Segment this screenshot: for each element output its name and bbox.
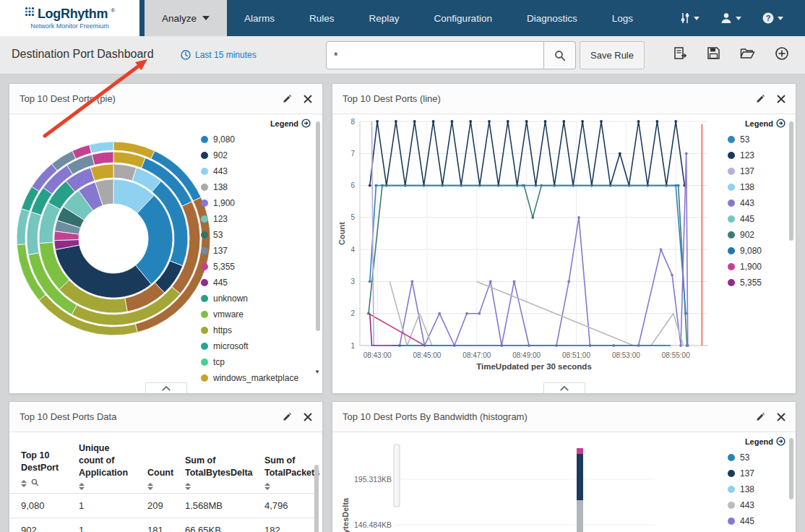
- legend-item[interactable]: 902: [728, 227, 785, 243]
- legend-item[interactable]: tcp: [201, 354, 311, 370]
- nav-tab-rules[interactable]: Rules: [292, 0, 352, 36]
- time-range-selector[interactable]: Last 15 minutes: [181, 50, 257, 60]
- legend-item-label: 443: [740, 500, 754, 510]
- edit-widget-icon[interactable]: [282, 412, 292, 422]
- legend-item-label: vmware: [213, 309, 244, 319]
- legend-toggle-icon[interactable]: [776, 119, 785, 128]
- collapse-panel-button[interactable]: [145, 382, 187, 393]
- svg-text:?: ?: [766, 14, 771, 22]
- legend-item-label: 443: [213, 166, 228, 176]
- legend-header: Legend: [745, 119, 785, 128]
- sort-icon[interactable]: [264, 483, 270, 490]
- nav-tab-analyze[interactable]: Analyze: [145, 0, 227, 36]
- legend-item[interactable]: 5,355: [201, 259, 311, 275]
- edit-widget-icon[interactable]: [755, 412, 765, 422]
- legend-item[interactable]: 9,080: [201, 132, 311, 147]
- save-rule-button[interactable]: Save Rule: [580, 41, 645, 69]
- close-widget-icon[interactable]: [304, 95, 312, 103]
- legend-item[interactable]: 902: [201, 147, 311, 163]
- legend-item[interactable]: 445: [728, 513, 785, 529]
- dashboard-toolbar: Destination Port Dashboard Last 15 minut…: [0, 36, 805, 74]
- scrollbar[interactable]: [789, 121, 793, 241]
- legend-item[interactable]: 123: [728, 147, 785, 163]
- legend-item[interactable]: 9,080: [728, 243, 785, 259]
- nav-tab-replay[interactable]: Replay: [352, 0, 417, 36]
- scrollbar[interactable]: [316, 121, 320, 331]
- nav-tab-logs[interactable]: Logs: [595, 0, 650, 36]
- legend-item[interactable]: 5,355: [728, 275, 785, 291]
- legend-item[interactable]: 137: [728, 163, 785, 179]
- line-chart[interactable]: 1234567808:43:0008:45:0008:47:0008:49:00…: [338, 116, 718, 376]
- legend-item[interactable]: unknown: [201, 291, 311, 306]
- edit-widget-icon[interactable]: [282, 94, 292, 104]
- legend-item[interactable]: 137: [201, 243, 311, 259]
- column-header[interactable]: Top 10 DestPort: [9, 435, 67, 493]
- legend-item[interactable]: 138: [728, 481, 785, 497]
- legend-item[interactable]: vmware: [201, 306, 311, 322]
- nav-tab-configuration[interactable]: Configuration: [417, 0, 509, 36]
- legend-item[interactable]: 443: [728, 195, 785, 211]
- sliders-icon: [679, 12, 691, 25]
- scrollbar[interactable]: [789, 438, 793, 499]
- search-group: [326, 41, 576, 69]
- capture-settings-icon[interactable]: [679, 12, 699, 25]
- query-input[interactable]: [326, 41, 544, 69]
- logrhythm-logo[interactable]: LogRhythm ® Network Monitor Freemium: [0, 0, 139, 36]
- legend-item[interactable]: 53: [201, 227, 311, 243]
- legend-item[interactable]: 443: [201, 163, 311, 179]
- scrollbar[interactable]: [314, 465, 319, 532]
- legend-item[interactable]: 53: [728, 132, 785, 147]
- nav-tab-label: Logs: [612, 13, 633, 24]
- legend-item[interactable]: windows_marketplace: [201, 370, 311, 386]
- legend-item[interactable]: 445: [201, 275, 311, 291]
- legend-toggle-icon[interactable]: [776, 437, 785, 446]
- legend-item[interactable]: 138: [728, 179, 785, 195]
- sunburst-chart[interactable]: [12, 117, 215, 357]
- legend-item[interactable]: 1,900: [728, 259, 785, 275]
- legend-item[interactable]: 53: [728, 450, 785, 466]
- nav-tab-label: Alarms: [244, 13, 275, 24]
- nav-tab-diagnostics[interactable]: Diagnostics: [509, 0, 595, 36]
- export-report-icon[interactable]: [673, 46, 687, 61]
- close-widget-icon[interactable]: [777, 95, 785, 103]
- column-header[interactable]: Sum of TotalPackets: [253, 435, 317, 493]
- help-menu-icon[interactable]: ?: [762, 12, 783, 25]
- search-button[interactable]: [544, 41, 576, 69]
- sort-icon[interactable]: [21, 480, 27, 487]
- legend-scroll-down-icon[interactable]: ▼: [314, 369, 320, 375]
- legend-item[interactable]: 138: [201, 179, 311, 195]
- legend-item[interactable]: 443: [728, 497, 785, 513]
- nav-tab-label: Analyze: [162, 13, 197, 24]
- nav-tab-label: Rules: [309, 13, 335, 24]
- sort-icon[interactable]: [185, 483, 191, 490]
- legend-item[interactable]: 137: [728, 466, 785, 481]
- legend-toggle-icon[interactable]: [301, 119, 311, 128]
- legend-item[interactable]: 445: [728, 211, 785, 227]
- histogram-chart[interactable]: 195.313KB146.484KBTotalBytesDelta: [338, 434, 663, 532]
- close-widget-icon[interactable]: [304, 413, 312, 421]
- open-folder-icon[interactable]: [740, 46, 755, 61]
- column-search-icon[interactable]: [31, 478, 39, 490]
- sort-icon[interactable]: [79, 483, 85, 490]
- save-icon[interactable]: [707, 46, 720, 61]
- legend-color-dot: [201, 184, 208, 191]
- legend-item[interactable]: https: [201, 322, 311, 338]
- legend-item[interactable]: 123: [201, 211, 311, 227]
- close-widget-icon[interactable]: [777, 413, 785, 421]
- collapse-panel-button[interactable]: [543, 382, 585, 393]
- legend-item-label: 445: [213, 278, 228, 288]
- sort-icon[interactable]: [147, 483, 153, 490]
- nav-tab-alarms[interactable]: Alarms: [227, 0, 292, 36]
- legend-item[interactable]: microsoft: [201, 338, 311, 354]
- column-header[interactable]: Sum of TotalBytesDelta: [173, 435, 253, 493]
- user-menu-icon[interactable]: [720, 12, 741, 25]
- legend-item[interactable]: 902: [728, 529, 785, 532]
- svg-text:08:47:00: 08:47:00: [462, 351, 491, 359]
- column-header[interactable]: Unique count of Application: [67, 435, 136, 493]
- add-widget-icon[interactable]: [775, 46, 789, 61]
- column-header-label: Sum of TotalBytesDelta: [185, 455, 250, 479]
- edit-widget-icon[interactable]: [755, 94, 765, 104]
- legend-item-label: unknown: [213, 293, 248, 304]
- column-header[interactable]: Count: [136, 435, 173, 493]
- legend-item[interactable]: 1,900: [201, 195, 311, 211]
